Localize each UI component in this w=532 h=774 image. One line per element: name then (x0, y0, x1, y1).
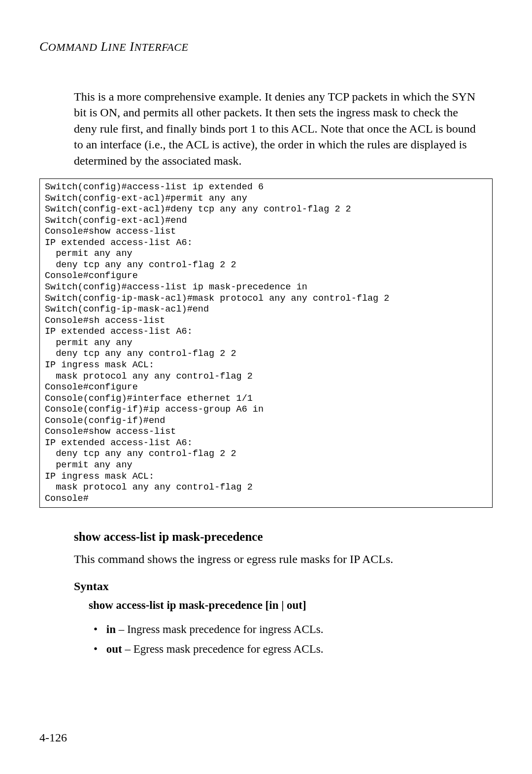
syntax-bullet-list: • in – Ingress mask precedence for ingre… (94, 621, 493, 659)
bullet-item-in: • in – Ingress mask precedence for ingre… (94, 621, 493, 639)
syntax-options-text: [in | out] (266, 599, 306, 611)
page-number: 4-126 (39, 731, 67, 744)
terminal-code-block: Switch(config)#access-list ip extended 6… (39, 178, 493, 508)
syntax-line: show access-list ip mask-precedence [in … (89, 599, 493, 612)
header-title-text: COMMAND LINE INTERFACE (39, 39, 188, 54)
bullet-item-out: • out – Egress mask precedence for egres… (94, 640, 493, 659)
bullet-desc: – Egress mask precedence for egress ACLs… (122, 643, 324, 655)
section-heading: show access-list ip mask-precedence (74, 530, 493, 544)
section-description: This command shows the ingress or egress… (74, 551, 478, 567)
bullet-icon: • (94, 621, 103, 639)
bullet-icon: • (94, 640, 103, 659)
bullet-desc: – Ingress mask precedence for ingress AC… (116, 623, 324, 635)
bullet-keyword: in (106, 623, 116, 635)
syntax-command: show access-list ip mask-precedence (89, 599, 263, 611)
bullet-keyword: out (106, 643, 122, 655)
intro-paragraph: This is a more comprehensive example. It… (74, 89, 478, 169)
page-header-title: COMMAND LINE INTERFACE (39, 39, 493, 54)
syntax-label: Syntax (74, 580, 493, 593)
